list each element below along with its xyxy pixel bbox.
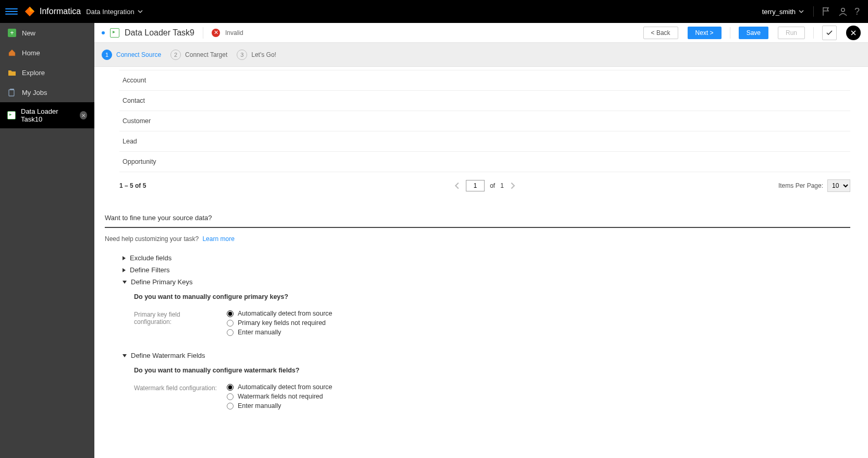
- pk-option-notreq[interactable]: Primary key fields not required: [227, 319, 332, 327]
- prev-page-button[interactable]: [454, 182, 461, 189]
- check-icon: [825, 29, 834, 37]
- product-label: Data Integration: [86, 8, 135, 16]
- back-button[interactable]: < Back: [643, 27, 678, 39]
- divider: [203, 27, 203, 39]
- step-label: Connect Source: [116, 51, 161, 58]
- section-define-watermark-fields[interactable]: Define Watermark Fields: [123, 349, 850, 361]
- sidebar-item-label: My Jobs: [22, 89, 47, 97]
- object-row[interactable]: Account: [119, 70, 850, 91]
- step-number: 1: [102, 50, 112, 60]
- wm-option-manual[interactable]: Enter manually: [227, 402, 332, 409]
- topbar: Informatica Data Integration terry_smith…: [0, 0, 868, 23]
- wizard-step-connect-source[interactable]: 1 Connect Source: [102, 50, 161, 60]
- primary-keys-block: Do you want to manually configure primar…: [134, 293, 850, 336]
- jobs-icon: [7, 88, 17, 97]
- wm-radio-group: Automatically detect from source Waterma…: [227, 383, 332, 409]
- unsaved-indicator: [102, 31, 105, 34]
- brand-label: Informatica: [40, 7, 81, 16]
- wizard-step-connect-target[interactable]: 2 Connect Target: [170, 50, 227, 60]
- chevron-right-icon: [123, 256, 126, 260]
- main-area: + New Home Explore My Jobs Data Loader T…: [0, 23, 868, 458]
- flag-icon[interactable]: [821, 6, 832, 17]
- sidebar-item-new[interactable]: + New: [0, 23, 94, 43]
- divider: [813, 6, 814, 17]
- sidebar-item-label: Explore: [22, 69, 45, 77]
- hamburger-menu[interactable]: [5, 5, 18, 18]
- object-row[interactable]: Lead: [119, 131, 850, 152]
- section-exclude-fields[interactable]: Exclude fields: [123, 252, 850, 264]
- chevron-down-icon: [123, 281, 127, 284]
- step-label: Connect Target: [185, 51, 227, 58]
- body-scroll[interactable]: Account Contact Customer Lead Opportunit…: [94, 67, 868, 458]
- sidebar-item-label: Data Loader Task10: [21, 107, 75, 123]
- divider: [730, 27, 730, 39]
- items-per-page-label: Items Per Page:: [778, 182, 823, 189]
- page-title: Data Loader Task9: [125, 28, 194, 38]
- save-button[interactable]: Save: [739, 27, 768, 39]
- error-icon: ✕: [212, 29, 220, 37]
- sidebar-item-home[interactable]: Home: [0, 43, 94, 63]
- sidebar-item-task10[interactable]: Data Loader Task10 ✕: [0, 102, 94, 128]
- pk-radio-group: Automatically detect from source Primary…: [227, 310, 332, 336]
- of-label: of: [490, 182, 495, 189]
- chevron-right-icon: [123, 268, 126, 272]
- page-number-input[interactable]: [466, 180, 485, 191]
- status-label: Invalid: [225, 29, 243, 37]
- help-line: Need help customizing your task? Learn m…: [105, 235, 850, 243]
- sidebar: + New Home Explore My Jobs Data Loader T…: [0, 23, 94, 458]
- wizard-step-lets-go[interactable]: 3 Let's Go!: [237, 50, 276, 60]
- sidebar-item-label: New: [22, 29, 35, 37]
- wm-option-notreq[interactable]: Watermark fields not required: [227, 393, 332, 400]
- close-icon: [850, 30, 857, 36]
- step-label: Let's Go!: [251, 51, 276, 58]
- help-text: Need help customizing your task?: [105, 235, 199, 243]
- run-button[interactable]: Run: [778, 27, 805, 39]
- object-row[interactable]: Customer: [119, 111, 850, 131]
- user-icon[interactable]: [838, 6, 848, 17]
- pk-question: Do you want to manually configure primar…: [134, 293, 850, 300]
- sidebar-item-myjobs[interactable]: My Jobs: [0, 82, 94, 102]
- section-label: Exclude fields: [130, 254, 172, 262]
- sidebar-item-label: Home: [22, 49, 40, 57]
- section-define-primary-keys[interactable]: Define Primary Keys: [123, 276, 850, 288]
- pk-option-manual[interactable]: Enter manually: [227, 329, 332, 336]
- object-row[interactable]: Contact: [119, 91, 850, 111]
- folder-icon: [7, 68, 17, 77]
- user-label: terry_smith: [762, 8, 796, 16]
- items-per-page-select[interactable]: 10: [827, 179, 850, 192]
- wm-option-auto[interactable]: Automatically detect from source: [227, 383, 332, 391]
- svg-rect-4: [10, 89, 14, 90]
- svg-rect-3: [9, 90, 14, 96]
- section-label: Define Primary Keys: [131, 278, 192, 286]
- svg-marker-1: [30, 7, 34, 11]
- section-define-filters[interactable]: Define Filters: [123, 264, 850, 276]
- object-row[interactable]: Opportunity: [119, 152, 850, 172]
- total-pages: 1: [500, 182, 504, 189]
- watermark-block: Do you want to manually configure waterm…: [134, 367, 850, 409]
- pk-option-auto[interactable]: Automatically detect from source: [227, 310, 332, 317]
- pagination: 1 – 5 of 5 of 1 Items Per Page: 10: [119, 172, 850, 204]
- validate-button[interactable]: [822, 26, 837, 40]
- pagination-range: 1 – 5 of 5: [119, 182, 146, 189]
- learn-more-link[interactable]: Learn more: [202, 235, 234, 243]
- page: Data Loader Task9 ✕ Invalid < Back Next …: [94, 23, 868, 458]
- close-tab-button[interactable]: ✕: [80, 111, 87, 119]
- section-label: Define Watermark Fields: [131, 352, 205, 359]
- next-button[interactable]: Next >: [688, 27, 722, 39]
- close-button[interactable]: [846, 26, 861, 40]
- finetune-title: Want to fine tune your source data?: [105, 209, 850, 228]
- product-switcher[interactable]: Data Integration: [86, 8, 143, 16]
- help-icon[interactable]: ?: [854, 6, 860, 17]
- pk-field-label: Primary key field configuration:: [134, 310, 217, 326]
- step-number: 2: [170, 50, 181, 60]
- wm-field-label: Watermark field configuration:: [134, 383, 217, 392]
- svg-point-2: [841, 8, 845, 11]
- informatica-logo-icon: [24, 6, 35, 17]
- chevron-down-icon: [799, 9, 804, 14]
- next-page-button[interactable]: [509, 182, 516, 189]
- task-icon: [110, 28, 119, 38]
- step-number: 3: [237, 50, 247, 60]
- object-list: Account Contact Customer Lead Opportunit…: [119, 70, 850, 172]
- user-menu[interactable]: terry_smith: [757, 8, 809, 16]
- sidebar-item-explore[interactable]: Explore: [0, 63, 94, 82]
